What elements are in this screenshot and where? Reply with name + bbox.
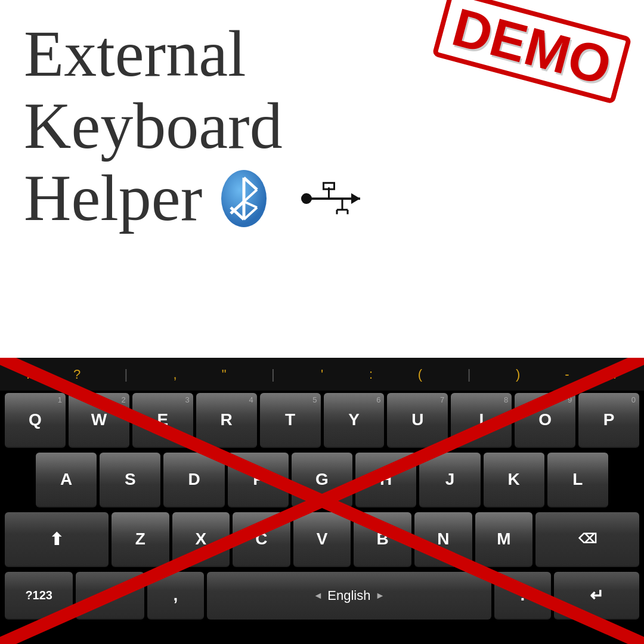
- key-o[interactable]: 9O: [515, 393, 575, 448]
- key-h[interactable]: H: [355, 453, 416, 507]
- keyboard-bottom-row: ?123 ⊙ , ◄ English ► . ↵: [0, 569, 644, 620]
- key-backspace[interactable]: ⌫: [535, 512, 639, 567]
- bluetooth-icon: [220, 169, 268, 228]
- special-chars-row: ! ? | , " | ' : ( | ) - /: [0, 358, 644, 391]
- special-key-dash[interactable]: -: [544, 367, 590, 382]
- special-key-comma[interactable]: ,: [151, 367, 198, 382]
- key-r[interactable]: 4R: [196, 393, 257, 448]
- key-b[interactable]: B: [354, 512, 411, 567]
- key-p[interactable]: 0P: [578, 393, 639, 448]
- title-text: External Keyboard Helper: [24, 18, 369, 234]
- title-line-1: External: [24, 18, 369, 90]
- key-c[interactable]: C: [233, 512, 290, 567]
- key-f[interactable]: F: [228, 453, 289, 507]
- special-divider-1: |: [103, 367, 149, 382]
- keyboard-row-3: ⬆ Z X C V B N M ⌫: [0, 510, 644, 569]
- top-section: External Keyboard Helper: [0, 0, 644, 358]
- special-key-rparen[interactable]: ): [495, 367, 541, 382]
- keyboard-section: ! ? | , " | ' : ( | ) - / 1Q 2W 3E 4R 5T…: [0, 358, 644, 644]
- title-line-3: Helper: [24, 162, 202, 234]
- space-left-arrow: ◄: [313, 590, 323, 601]
- key-s[interactable]: S: [100, 453, 160, 507]
- key-period[interactable]: .: [494, 572, 551, 620]
- special-divider-3: |: [445, 367, 492, 382]
- demo-badge: DEMO: [432, 0, 631, 104]
- title-line-2: Keyboard: [24, 90, 369, 162]
- key-y[interactable]: 6Y: [324, 393, 385, 448]
- key-enter[interactable]: ↵: [554, 572, 639, 620]
- special-key-question[interactable]: ?: [54, 367, 100, 382]
- key-w[interactable]: 2W: [69, 393, 129, 448]
- key-e[interactable]: 3E: [132, 393, 193, 448]
- key-space[interactable]: ◄ English ►: [207, 572, 491, 620]
- keyboard-row-1: 1Q 2W 3E 4R 5T 6Y 7U 8I 9O 0P: [0, 391, 644, 450]
- special-divider-2: |: [250, 367, 296, 382]
- space-label: English: [327, 588, 370, 603]
- usb-icon: [298, 181, 369, 216]
- special-key-apostrophe[interactable]: ': [299, 367, 345, 382]
- key-z[interactable]: Z: [112, 512, 169, 567]
- key-m[interactable]: M: [475, 512, 533, 567]
- key-l[interactable]: L: [547, 453, 608, 507]
- special-key-exclaim[interactable]: !: [5, 367, 51, 382]
- keyboard-row-2: A S D F G H J K L: [0, 450, 644, 510]
- special-key-slash[interactable]: /: [593, 367, 639, 382]
- key-t[interactable]: 5T: [260, 393, 321, 448]
- key-i[interactable]: 8I: [451, 393, 512, 448]
- svg-marker-9: [351, 193, 360, 204]
- key-a[interactable]: A: [36, 453, 97, 507]
- key-x[interactable]: X: [172, 512, 230, 567]
- key-u[interactable]: 7U: [387, 393, 448, 448]
- special-key-lparen[interactable]: (: [397, 367, 443, 382]
- key-k[interactable]: K: [484, 453, 544, 507]
- key-v[interactable]: V: [293, 512, 351, 567]
- svg-point-10: [301, 193, 312, 204]
- key-j[interactable]: J: [419, 453, 480, 507]
- key-mic[interactable]: ⊙: [76, 572, 144, 620]
- key-comma-bottom[interactable]: ,: [147, 572, 204, 620]
- key-g[interactable]: G: [292, 453, 352, 507]
- space-right-arrow: ►: [375, 590, 385, 601]
- special-key-colon[interactable]: :: [348, 367, 394, 382]
- special-key-quote[interactable]: ": [201, 367, 247, 382]
- key-n[interactable]: N: [414, 512, 472, 567]
- key-sym[interactable]: ?123: [5, 572, 73, 620]
- key-q[interactable]: 1Q: [5, 393, 66, 448]
- key-d[interactable]: D: [163, 453, 224, 507]
- key-shift[interactable]: ⬆: [5, 512, 109, 567]
